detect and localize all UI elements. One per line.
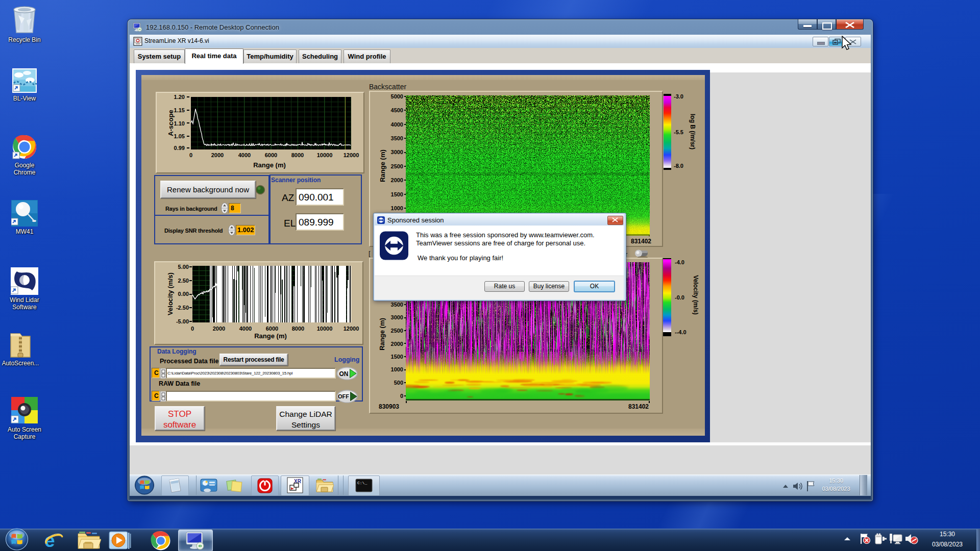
svg-text:C:\_: C:\_ [357, 481, 367, 485]
svg-text:OFF: OFF [338, 393, 349, 399]
svg-text:ON: ON [339, 370, 349, 378]
